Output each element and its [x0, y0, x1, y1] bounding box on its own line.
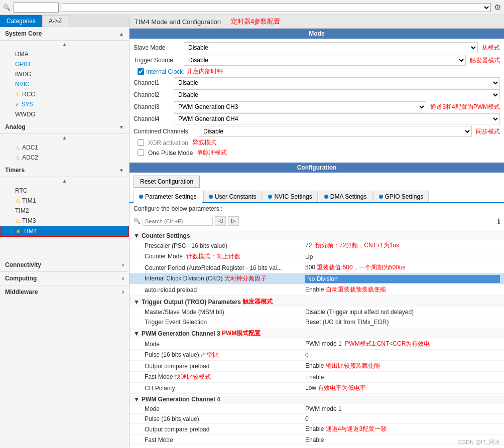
tab-parameter-settings[interactable]: Parameter Settings	[134, 191, 202, 203]
watermark: CSDN @IT_阿水	[458, 438, 500, 446]
trigger-source-select[interactable]: Disable	[184, 55, 465, 65]
reset-configuration-button[interactable]: Reset Configuration	[134, 176, 200, 188]
section-system-core[interactable]: System Core ▲	[0, 27, 129, 41]
sidebar-item-tim1[interactable]: TIM1	[0, 196, 129, 206]
internal-clock-checkbox[interactable]	[138, 68, 144, 75]
one-pulse-checkbox[interactable]	[138, 150, 144, 156]
section-analog[interactable]: Analog ▼	[0, 120, 129, 134]
tab-gpio-settings[interactable]: GPIO Settings	[373, 191, 429, 202]
trigger-output-chinese: 触发器模式	[242, 297, 273, 306]
slave-mode-select-wrapper: Disable	[184, 42, 478, 53]
sidebar-item-gpio[interactable]: GPIO	[0, 59, 129, 69]
channel2-label: Channel2	[134, 91, 174, 98]
one-pulse-label: One Pulse Mode	[148, 150, 193, 157]
section-computing[interactable]: Computing ›	[0, 271, 129, 285]
sidebar-item-tim3[interactable]: TIM3	[0, 216, 129, 226]
search-input[interactable]	[16, 4, 56, 11]
tab-dot-gpio	[379, 195, 383, 199]
scroll-up-icon[interactable]: ▲	[62, 42, 67, 47]
sidebar-item-dma[interactable]: DMA	[0, 49, 129, 59]
sidebar-item-wwdg[interactable]: WWDG	[0, 109, 129, 119]
trigger-output-label: Trigger Output (TRGO) Parameters	[142, 298, 241, 306]
tab-label-gpio: GPIO Settings	[385, 193, 424, 200]
tab-atoz[interactable]: A->Z	[42, 15, 68, 27]
timers-items: RTC TIM1 TIM2 TIM3 ★ TIM4	[0, 185, 129, 238]
gear-icon[interactable]: ⚙	[494, 3, 501, 12]
pwm4-fastmode-label: Fast Mode	[145, 436, 305, 443]
trigger-output-header[interactable]: ▼ Trigger Output (TRGO) Parameters 触发器模式	[130, 296, 504, 307]
search-box	[14, 3, 59, 13]
collapse-trigger-icon[interactable]: ▼	[134, 298, 140, 306]
trigger-event-value: Reset (UG bit from TIMx_EGR)	[305, 319, 500, 326]
internal-clock-chinese: 开启内部时钟	[187, 67, 223, 76]
tab-nvic-settings[interactable]: NVIC Settings	[263, 191, 317, 202]
sidebar-item-adc2[interactable]: ADC2	[0, 153, 129, 163]
tab-dma-settings[interactable]: DMA Settings	[319, 191, 372, 202]
pwm4-mode-label: Mode	[145, 405, 305, 412]
pwm3-fastmode-row: Fast Mode 快速比较模式 Enable	[130, 372, 504, 383]
config-search-input[interactable]	[143, 217, 213, 226]
counter-settings-header[interactable]: ▼ Counter Settings	[130, 231, 504, 240]
autoreload-preload-label: auto-reload preload	[145, 286, 305, 293]
channel2-select[interactable]: Disable	[174, 90, 499, 100]
sidebar-item-tim2[interactable]: TIM2	[0, 206, 129, 216]
tab-label-dma: DMA Settings	[330, 193, 367, 200]
prescaler-row: Prescaler (PSC - 16 bits value) 72 预分频：7…	[130, 240, 504, 251]
channel3-chinese: 通道3和4配置为PWM模式	[430, 103, 500, 111]
slave-mode-row: Slave Mode Disable 从模式	[134, 42, 500, 53]
search-dropdown[interactable]	[62, 3, 491, 12]
sidebar-item-sys[interactable]: SYS	[0, 99, 129, 109]
sidebar-item-iwdg[interactable]: IWDG	[0, 69, 129, 79]
collapse-counter-icon[interactable]: ▼	[134, 232, 140, 239]
search-prev-button[interactable]: ◁	[215, 216, 226, 226]
param-description: Configure the below parameters :	[130, 203, 504, 214]
scroll-up-icon-analog[interactable]: ▲	[62, 135, 67, 140]
internal-clock-row: Internal Clock 开启内部时钟	[138, 67, 500, 76]
clock-division-row: Internal Clock Division (CKD) 无时钟分频因子 No…	[130, 273, 504, 284]
xor-checkbox[interactable]	[138, 139, 144, 146]
tab-dot-param	[139, 195, 143, 199]
chevron-down-icon-analog: ▼	[119, 124, 124, 130]
tab-label-user: User Constants	[215, 193, 257, 200]
slave-mode-select[interactable]: Disable	[184, 43, 477, 53]
pwm4-header[interactable]: ▼ PWM Generation Channel 4	[130, 395, 504, 404]
right-panel: TIM4 Mode and Configuration 定时器4参数配置 Mod…	[130, 15, 504, 448]
pwm4-pulse-label: Pulse (16 bits value)	[145, 415, 305, 422]
section-middleware[interactable]: Middleware ›	[0, 285, 129, 298]
scroll-up-icon-timers[interactable]: ▲	[62, 178, 67, 184]
collapse-pwm3-icon[interactable]: ▼	[134, 330, 140, 337]
channel4-select[interactable]: PWM Generation CH4	[174, 114, 499, 124]
trigger-source-select-wrapper: Disable	[184, 55, 466, 66]
sidebar-item-rtc[interactable]: RTC	[0, 186, 129, 196]
trigger-event-label: Trigger Event Selection	[145, 319, 305, 326]
combined-channels-chinese: 同步模式	[476, 127, 500, 136]
tab-user-constants[interactable]: User Constants	[203, 191, 262, 202]
section-timers[interactable]: Timers ▼	[0, 164, 129, 177]
pwm3-preload-label: Output compare preload	[145, 363, 305, 370]
sidebar-item-tim4[interactable]: ★ TIM4	[0, 226, 129, 237]
combined-channels-select[interactable]: Disable	[199, 126, 471, 136]
sidebar-item-rcc[interactable]: RCC	[0, 89, 129, 99]
channel1-select[interactable]: Disable	[174, 78, 499, 88]
channel4-row: Channel4 PWM Generation CH4	[134, 113, 500, 124]
panel-title: TIM4 Mode and Configuration	[135, 18, 221, 26]
combined-channels-select-wrapper: Disable	[199, 126, 472, 137]
sidebar-item-nvic[interactable]: NVIC	[0, 79, 129, 89]
collapse-pwm4-icon[interactable]: ▼	[134, 396, 140, 403]
pwm3-preload-value: Enable 输出比较预装载使能	[305, 362, 500, 370]
pwm3-fastmode-value: Enable	[305, 374, 500, 381]
tab-dot-dma	[324, 195, 328, 199]
channel4-select-wrapper: PWM Generation CH4	[174, 113, 500, 124]
section-connectivity[interactable]: Connectivity ›	[0, 258, 129, 271]
combined-channels-row: Combined Channels Disable 同步模式	[134, 126, 500, 137]
sidebar: Categories A->Z System Core ▲ ▲ DMA GPIO…	[0, 15, 130, 448]
search-next-button[interactable]: ▷	[228, 216, 239, 226]
config-search-bar: 🔍 ◁ ▷ ℹ	[130, 214, 504, 228]
channel2-select-wrapper: Disable	[174, 89, 500, 100]
xor-chinese: 异或模式	[192, 138, 216, 147]
channel3-select[interactable]: PWM Generation CH3	[174, 102, 426, 112]
sidebar-item-adc1[interactable]: ADC1	[0, 142, 129, 153]
pwm3-header[interactable]: ▼ PWM Generation Channel 3 PWM模式配置	[130, 328, 504, 339]
info-icon[interactable]: ℹ	[497, 217, 500, 225]
tab-categories[interactable]: Categories	[0, 15, 42, 27]
